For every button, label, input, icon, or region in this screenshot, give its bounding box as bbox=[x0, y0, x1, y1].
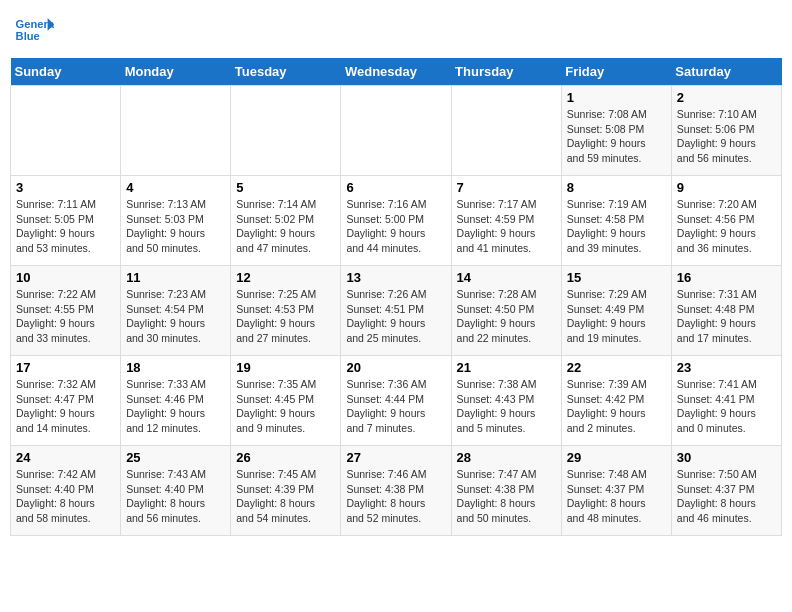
calendar-cell: 14Sunrise: 7:28 AMSunset: 4:50 PMDayligh… bbox=[451, 266, 561, 356]
calendar-cell: 15Sunrise: 7:29 AMSunset: 4:49 PMDayligh… bbox=[561, 266, 671, 356]
calendar-cell: 4Sunrise: 7:13 AMSunset: 5:03 PMDaylight… bbox=[121, 176, 231, 266]
calendar-cell: 24Sunrise: 7:42 AMSunset: 4:40 PMDayligh… bbox=[11, 446, 121, 536]
day-number: 16 bbox=[677, 270, 776, 285]
calendar-cell: 22Sunrise: 7:39 AMSunset: 4:42 PMDayligh… bbox=[561, 356, 671, 446]
day-info: Sunrise: 7:48 AMSunset: 4:37 PMDaylight:… bbox=[567, 467, 666, 526]
day-number: 18 bbox=[126, 360, 225, 375]
calendar-cell: 27Sunrise: 7:46 AMSunset: 4:38 PMDayligh… bbox=[341, 446, 451, 536]
day-info: Sunrise: 7:08 AMSunset: 5:08 PMDaylight:… bbox=[567, 107, 666, 166]
day-number: 8 bbox=[567, 180, 666, 195]
calendar-week: 3Sunrise: 7:11 AMSunset: 5:05 PMDaylight… bbox=[11, 176, 782, 266]
day-info: Sunrise: 7:32 AMSunset: 4:47 PMDaylight:… bbox=[16, 377, 115, 436]
header-day: Tuesday bbox=[231, 58, 341, 86]
calendar-cell bbox=[121, 86, 231, 176]
calendar-cell: 21Sunrise: 7:38 AMSunset: 4:43 PMDayligh… bbox=[451, 356, 561, 446]
calendar-cell: 11Sunrise: 7:23 AMSunset: 4:54 PMDayligh… bbox=[121, 266, 231, 356]
day-number: 3 bbox=[16, 180, 115, 195]
day-number: 27 bbox=[346, 450, 445, 465]
day-info: Sunrise: 7:23 AMSunset: 4:54 PMDaylight:… bbox=[126, 287, 225, 346]
day-number: 6 bbox=[346, 180, 445, 195]
day-number: 9 bbox=[677, 180, 776, 195]
calendar-cell bbox=[451, 86, 561, 176]
calendar-week: 1Sunrise: 7:08 AMSunset: 5:08 PMDaylight… bbox=[11, 86, 782, 176]
day-number: 29 bbox=[567, 450, 666, 465]
day-info: Sunrise: 7:28 AMSunset: 4:50 PMDaylight:… bbox=[457, 287, 556, 346]
header-day: Saturday bbox=[671, 58, 781, 86]
day-number: 14 bbox=[457, 270, 556, 285]
day-info: Sunrise: 7:50 AMSunset: 4:37 PMDaylight:… bbox=[677, 467, 776, 526]
calendar-cell: 20Sunrise: 7:36 AMSunset: 4:44 PMDayligh… bbox=[341, 356, 451, 446]
calendar-cell: 2Sunrise: 7:10 AMSunset: 5:06 PMDaylight… bbox=[671, 86, 781, 176]
calendar-cell: 30Sunrise: 7:50 AMSunset: 4:37 PMDayligh… bbox=[671, 446, 781, 536]
day-number: 4 bbox=[126, 180, 225, 195]
day-info: Sunrise: 7:19 AMSunset: 4:58 PMDaylight:… bbox=[567, 197, 666, 256]
day-info: Sunrise: 7:47 AMSunset: 4:38 PMDaylight:… bbox=[457, 467, 556, 526]
calendar-cell: 25Sunrise: 7:43 AMSunset: 4:40 PMDayligh… bbox=[121, 446, 231, 536]
day-number: 23 bbox=[677, 360, 776, 375]
calendar-cell: 19Sunrise: 7:35 AMSunset: 4:45 PMDayligh… bbox=[231, 356, 341, 446]
day-info: Sunrise: 7:31 AMSunset: 4:48 PMDaylight:… bbox=[677, 287, 776, 346]
day-info: Sunrise: 7:16 AMSunset: 5:00 PMDaylight:… bbox=[346, 197, 445, 256]
day-info: Sunrise: 7:35 AMSunset: 4:45 PMDaylight:… bbox=[236, 377, 335, 436]
day-info: Sunrise: 7:26 AMSunset: 4:51 PMDaylight:… bbox=[346, 287, 445, 346]
calendar-cell: 6Sunrise: 7:16 AMSunset: 5:00 PMDaylight… bbox=[341, 176, 451, 266]
calendar-cell: 8Sunrise: 7:19 AMSunset: 4:58 PMDaylight… bbox=[561, 176, 671, 266]
day-number: 1 bbox=[567, 90, 666, 105]
calendar-body: 1Sunrise: 7:08 AMSunset: 5:08 PMDaylight… bbox=[11, 86, 782, 536]
day-info: Sunrise: 7:14 AMSunset: 5:02 PMDaylight:… bbox=[236, 197, 335, 256]
day-number: 17 bbox=[16, 360, 115, 375]
day-number: 19 bbox=[236, 360, 335, 375]
day-number: 24 bbox=[16, 450, 115, 465]
day-info: Sunrise: 7:43 AMSunset: 4:40 PMDaylight:… bbox=[126, 467, 225, 526]
day-number: 10 bbox=[16, 270, 115, 285]
calendar-week: 17Sunrise: 7:32 AMSunset: 4:47 PMDayligh… bbox=[11, 356, 782, 446]
calendar-cell: 5Sunrise: 7:14 AMSunset: 5:02 PMDaylight… bbox=[231, 176, 341, 266]
day-number: 25 bbox=[126, 450, 225, 465]
calendar-cell bbox=[231, 86, 341, 176]
page-header: General Blue bbox=[10, 10, 782, 50]
svg-text:Blue: Blue bbox=[16, 30, 40, 42]
calendar-cell: 10Sunrise: 7:22 AMSunset: 4:55 PMDayligh… bbox=[11, 266, 121, 356]
day-info: Sunrise: 7:10 AMSunset: 5:06 PMDaylight:… bbox=[677, 107, 776, 166]
day-info: Sunrise: 7:29 AMSunset: 4:49 PMDaylight:… bbox=[567, 287, 666, 346]
header-day: Wednesday bbox=[341, 58, 451, 86]
day-number: 22 bbox=[567, 360, 666, 375]
calendar-cell: 29Sunrise: 7:48 AMSunset: 4:37 PMDayligh… bbox=[561, 446, 671, 536]
day-info: Sunrise: 7:11 AMSunset: 5:05 PMDaylight:… bbox=[16, 197, 115, 256]
header-day: Friday bbox=[561, 58, 671, 86]
day-number: 13 bbox=[346, 270, 445, 285]
day-number: 15 bbox=[567, 270, 666, 285]
calendar-cell: 3Sunrise: 7:11 AMSunset: 5:05 PMDaylight… bbox=[11, 176, 121, 266]
header-day: Thursday bbox=[451, 58, 561, 86]
day-number: 5 bbox=[236, 180, 335, 195]
day-number: 26 bbox=[236, 450, 335, 465]
day-number: 7 bbox=[457, 180, 556, 195]
calendar-cell: 13Sunrise: 7:26 AMSunset: 4:51 PMDayligh… bbox=[341, 266, 451, 356]
day-info: Sunrise: 7:13 AMSunset: 5:03 PMDaylight:… bbox=[126, 197, 225, 256]
day-info: Sunrise: 7:25 AMSunset: 4:53 PMDaylight:… bbox=[236, 287, 335, 346]
logo-icon: General Blue bbox=[14, 10, 54, 50]
calendar-header: SundayMondayTuesdayWednesdayThursdayFrid… bbox=[11, 58, 782, 86]
day-info: Sunrise: 7:45 AMSunset: 4:39 PMDaylight:… bbox=[236, 467, 335, 526]
calendar-cell: 9Sunrise: 7:20 AMSunset: 4:56 PMDaylight… bbox=[671, 176, 781, 266]
calendar-cell bbox=[341, 86, 451, 176]
day-number: 11 bbox=[126, 270, 225, 285]
day-info: Sunrise: 7:42 AMSunset: 4:40 PMDaylight:… bbox=[16, 467, 115, 526]
header-day: Sunday bbox=[11, 58, 121, 86]
day-info: Sunrise: 7:17 AMSunset: 4:59 PMDaylight:… bbox=[457, 197, 556, 256]
day-info: Sunrise: 7:20 AMSunset: 4:56 PMDaylight:… bbox=[677, 197, 776, 256]
calendar-cell: 26Sunrise: 7:45 AMSunset: 4:39 PMDayligh… bbox=[231, 446, 341, 536]
calendar-cell: 1Sunrise: 7:08 AMSunset: 5:08 PMDaylight… bbox=[561, 86, 671, 176]
day-number: 12 bbox=[236, 270, 335, 285]
calendar-week: 10Sunrise: 7:22 AMSunset: 4:55 PMDayligh… bbox=[11, 266, 782, 356]
calendar-cell: 12Sunrise: 7:25 AMSunset: 4:53 PMDayligh… bbox=[231, 266, 341, 356]
day-number: 20 bbox=[346, 360, 445, 375]
day-number: 28 bbox=[457, 450, 556, 465]
calendar-week: 24Sunrise: 7:42 AMSunset: 4:40 PMDayligh… bbox=[11, 446, 782, 536]
calendar-cell: 18Sunrise: 7:33 AMSunset: 4:46 PMDayligh… bbox=[121, 356, 231, 446]
day-number: 30 bbox=[677, 450, 776, 465]
logo: General Blue bbox=[14, 10, 54, 50]
day-info: Sunrise: 7:46 AMSunset: 4:38 PMDaylight:… bbox=[346, 467, 445, 526]
calendar-cell: 23Sunrise: 7:41 AMSunset: 4:41 PMDayligh… bbox=[671, 356, 781, 446]
header-row: SundayMondayTuesdayWednesdayThursdayFrid… bbox=[11, 58, 782, 86]
